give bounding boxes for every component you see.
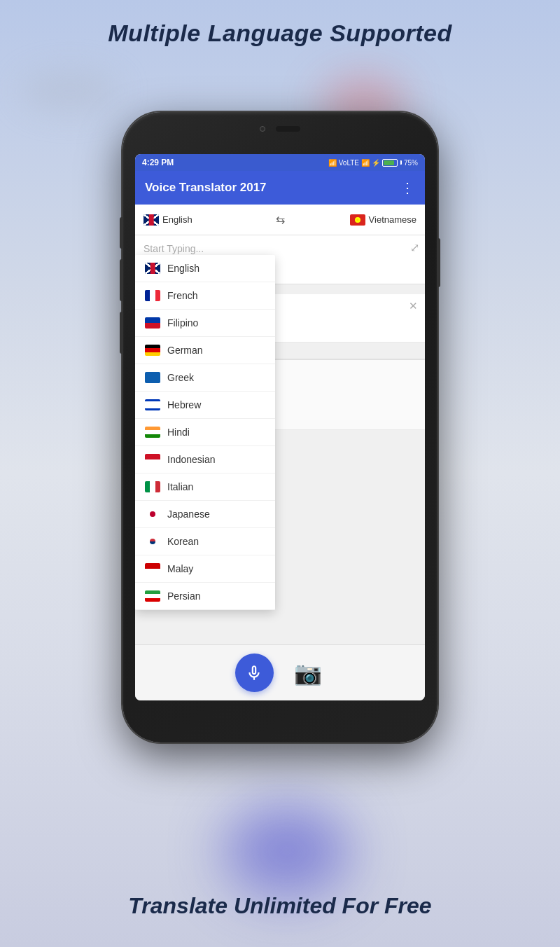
- microphone-icon: [245, 664, 263, 682]
- flag-my-icon: [145, 563, 160, 574]
- lang-english-label: English: [167, 263, 200, 274]
- bg-blob-blue: [224, 806, 350, 897]
- top-headline: Multiple Language Supported: [0, 13, 560, 54]
- lang-item-filipino[interactable]: Filipino: [135, 310, 275, 337]
- swap-icon: ⇆: [276, 214, 285, 226]
- scrollable-content: English French Filipino: [135, 205, 425, 700]
- lang-malay-label: Malay: [167, 563, 193, 574]
- lang-item-japanese[interactable]: Japanese: [135, 501, 275, 528]
- camera-button[interactable]: 📷: [290, 656, 326, 691]
- phone-screen: 4:29 PM 📶 VoLTE 📶 ⚡ 75%: [135, 154, 425, 700]
- target-flag-icon: ★: [350, 214, 365, 226]
- status-bar: 4:29 PM 📶 VoLTE 📶 ⚡ 75%: [135, 154, 425, 171]
- lang-item-indonesian[interactable]: Indonesian: [135, 446, 275, 474]
- phone-container: 4:29 PM 📶 VoLTE 📶 ⚡ 75%: [122, 112, 438, 742]
- phone-shell: 4:29 PM 📶 VoLTE 📶 ⚡ 75%: [122, 112, 438, 742]
- input-placeholder: Start Typing...: [144, 243, 204, 254]
- lang-french-label: French: [167, 290, 198, 301]
- target-language-button[interactable]: ★ Vietnamese: [293, 214, 417, 226]
- lang-item-hebrew[interactable]: Hebrew: [135, 392, 275, 419]
- flag-il-icon: [145, 399, 160, 410]
- lang-indonesian-label: Indonesian: [167, 454, 216, 465]
- volume-up-button: [120, 217, 123, 249]
- overflow-menu-button[interactable]: ⋮: [400, 179, 415, 196]
- lang-item-greek[interactable]: Greek: [135, 364, 275, 392]
- lang-item-korean[interactable]: Korean: [135, 528, 275, 555]
- lang-korean-label: Korean: [167, 536, 199, 547]
- app-title: Voice Translator 2017: [145, 181, 267, 195]
- microphone-button[interactable]: [235, 654, 274, 692]
- flag-kr-icon: [145, 536, 160, 547]
- lang-item-french[interactable]: French: [135, 282, 275, 310]
- flag-ph-icon: [145, 317, 160, 329]
- flag-gr-icon: [145, 372, 160, 383]
- front-camera: [260, 126, 265, 132]
- flag-ir-icon: [145, 590, 160, 602]
- camera-icon: 📷: [294, 660, 322, 686]
- battery-bar: [382, 159, 398, 167]
- battery-tip: [400, 160, 402, 165]
- flag-fr-icon: [145, 290, 160, 301]
- target-language-label: Vietnamese: [369, 214, 416, 225]
- status-time: 4:29 PM: [142, 158, 174, 167]
- signal2-icon: 📶: [361, 159, 370, 167]
- flag-id-icon: [145, 454, 160, 465]
- flag-uk-icon: [145, 263, 160, 274]
- earpiece-speaker: [276, 126, 300, 132]
- bottom-headline: Translate Unlimited For Free: [0, 886, 560, 926]
- flag-de-icon: [145, 345, 160, 356]
- expand-icon[interactable]: ⤢: [410, 241, 419, 254]
- flag-in-icon: [145, 427, 160, 438]
- source-language-label: English: [162, 214, 192, 225]
- bg-blob-light: [21, 70, 119, 112]
- camera-hw-button: [120, 312, 123, 354]
- lang-item-persian[interactable]: Persian: [135, 583, 275, 610]
- app-bar: Voice Translator 2017 ⋮: [135, 171, 425, 205]
- source-flag-icon: [144, 214, 159, 226]
- lang-hindi-label: Hindi: [167, 427, 190, 438]
- source-language-button[interactable]: English: [144, 214, 267, 226]
- close-history-1[interactable]: ✕: [409, 300, 418, 312]
- lang-german-label: German: [167, 345, 203, 356]
- lang-item-hindi[interactable]: Hindi: [135, 419, 275, 446]
- charging-icon: ⚡: [372, 159, 380, 167]
- lang-hebrew-label: Hebrew: [167, 399, 201, 410]
- bottom-action-area: 📷: [135, 644, 425, 700]
- lang-greek-label: Greek: [167, 372, 194, 383]
- lang-item-italian[interactable]: Italian: [135, 474, 275, 501]
- swap-languages-button[interactable]: ⇆: [273, 213, 288, 226]
- language-dropdown: English French Filipino: [135, 255, 275, 610]
- lang-item-malay[interactable]: Malay: [135, 555, 275, 583]
- phone-notch: [260, 126, 300, 132]
- lang-item-english[interactable]: English: [135, 255, 275, 282]
- volte-label: VoLTE: [339, 159, 359, 167]
- screen-content: 4:29 PM 📶 VoLTE 📶 ⚡ 75%: [135, 154, 425, 700]
- signal-icon: 📶: [328, 159, 337, 167]
- language-row: English ⇆ ★ Vietnamese: [135, 205, 425, 235]
- lang-filipino-label: Filipino: [167, 317, 198, 329]
- flag-jp-icon: [145, 509, 160, 520]
- lang-persian-label: Persian: [167, 590, 200, 602]
- volume-down-button: [120, 259, 123, 301]
- status-icons: 📶 VoLTE 📶 ⚡ 75%: [328, 159, 418, 167]
- lang-japanese-label: Japanese: [167, 509, 210, 520]
- battery-percent: 75%: [404, 159, 418, 167]
- lang-italian-label: Italian: [167, 481, 193, 492]
- flag-it-icon: [145, 481, 160, 492]
- battery-fill: [384, 160, 394, 165]
- lang-item-german[interactable]: German: [135, 337, 275, 364]
- power-button: [437, 238, 440, 287]
